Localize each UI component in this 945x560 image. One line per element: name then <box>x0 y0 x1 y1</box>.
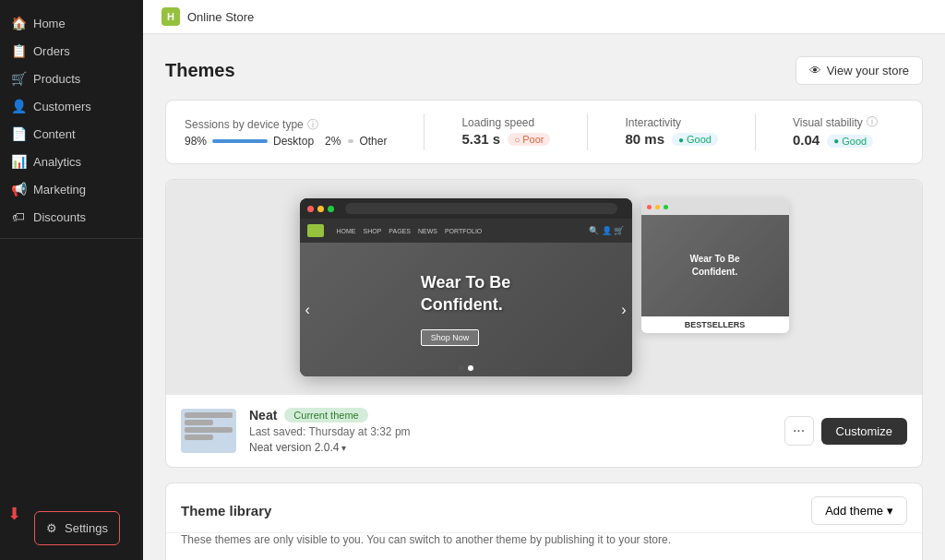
sidebar-label-home: Home <box>33 17 66 30</box>
nav-news: NEWS <box>418 228 437 234</box>
sidebar-label-orders: Orders <box>33 44 70 58</box>
sidebar-nav: 🏠 Home 📋 Orders 🛒 Products 👤 Customers 📄… <box>0 0 143 248</box>
interactivity-value: 80 ms <box>625 131 664 147</box>
side-hero-line2: Confident. <box>692 267 737 277</box>
current-theme-actions: ··· Customize <box>784 416 907 446</box>
metrics-card: Sessions by device type ⓘ 98% Desktop 2%… <box>165 100 923 164</box>
desktop-bar <box>212 139 268 143</box>
content-icon: 📄 <box>11 126 26 141</box>
side-hero-line1: Wear To Be <box>689 254 739 264</box>
topbar-logo: H <box>161 7 180 26</box>
current-theme-dots-button[interactable]: ··· <box>784 416 814 446</box>
sidebar-label-analytics: Analytics <box>33 155 81 169</box>
url-bar <box>345 203 617 214</box>
side-hero-text: Wear To Be Confident. <box>680 244 748 288</box>
prev-arrow[interactable]: ‹ <box>305 302 310 318</box>
metric-interactivity: Interactivity 80 ms Good <box>625 116 718 149</box>
preview-area: HOME SHOP PAGES NEWS PORTFOLIO 🔍 👤 🛒 Wea… <box>166 180 922 395</box>
desktop-label: Desktop <box>273 135 314 148</box>
nav-logo-mock <box>307 224 324 237</box>
maximize-dot <box>328 206 334 212</box>
close-dot <box>307 206 314 212</box>
current-theme-name: Neat <box>249 408 277 423</box>
add-theme-chevron: ▾ <box>887 504 893 518</box>
eye-icon: 👁 <box>809 64 821 77</box>
view-store-label: View your store <box>827 64 909 77</box>
current-theme-version[interactable]: Neat version 2.0.4 ▾ <box>249 441 772 454</box>
sidebar-item-content[interactable]: 📄 Content <box>0 120 143 148</box>
sidebar-label-marketing: Marketing <box>33 183 86 197</box>
sessions-info-icon[interactable]: ⓘ <box>307 117 318 133</box>
page-title: Themes <box>165 60 235 81</box>
interactivity-label: Interactivity <box>625 116 681 129</box>
loading-label: Loading speed <box>461 116 534 129</box>
thumb-line-4 <box>185 435 213 440</box>
settings-arrow-icon: ⬇ <box>7 504 21 524</box>
logo-letter: H <box>167 11 174 22</box>
sidebar: 🏠 Home 📋 Orders 🛒 Products 👤 Customers 📄… <box>0 0 143 560</box>
browser-mockup: HOME SHOP PAGES NEWS PORTFOLIO 🔍 👤 🛒 Wea… <box>300 198 632 376</box>
sidebar-item-discounts[interactable]: 🏷 Discounts <box>0 203 143 231</box>
s-close <box>647 205 652 209</box>
settings-button[interactable]: ⚙ Settings <box>34 511 120 545</box>
thumb-line-3 <box>185 427 233 433</box>
current-theme-saved: Last saved: Thursday at 3:32 pm <box>249 425 772 438</box>
nav-links-mock: HOME SHOP PAGES NEWS PORTFOLIO <box>337 228 483 234</box>
metric-loading: Loading speed 5.31 s Poor <box>461 116 550 149</box>
sessions-label: Sessions by device type <box>185 118 304 131</box>
analytics-icon: 📊 <box>11 154 26 169</box>
nav-portfolio: PORTFOLIO <box>445 228 482 234</box>
topbar-store-name: Online Store <box>187 10 254 24</box>
shop-now-btn[interactable]: Shop Now <box>421 329 480 346</box>
page-content: Themes 👁 View your store Sessions by dev… <box>143 34 945 560</box>
nav-bar-mock: HOME SHOP PAGES NEWS PORTFOLIO 🔍 👤 🛒 <box>300 219 632 243</box>
browser-bar <box>300 198 632 219</box>
sidebar-item-analytics[interactable]: 📊 Analytics <box>0 148 143 175</box>
settings-gear-icon: ⚙ <box>46 521 57 535</box>
sidebar-label-discounts: Discounts <box>33 210 86 224</box>
sidebar-label-products: Products <box>33 72 80 86</box>
nav-icons-mock: 🔍 👤 🛒 <box>589 226 624 235</box>
version-chevron: ▾ <box>341 443 346 453</box>
products-icon: 🛒 <box>11 71 26 86</box>
settings-label: Settings <box>65 521 108 535</box>
other-bar <box>348 139 353 143</box>
interactivity-badge: Good <box>672 133 718 146</box>
theme-library-card: Theme library Add theme ▾ These themes a… <box>165 483 923 560</box>
bestsellers-label: BESTSELLERS <box>641 316 789 333</box>
sidebar-item-products[interactable]: 🛒 Products <box>0 65 143 92</box>
current-theme-details: Neat Current theme Last saved: Thursday … <box>249 408 772 454</box>
side-preview-container: Wear To Be Confident. BESTSELLERS <box>641 198 789 333</box>
add-theme-button[interactable]: Add theme ▾ <box>811 496 907 525</box>
nav-shop: SHOP <box>364 228 382 234</box>
view-store-button[interactable]: 👁 View your store <box>795 56 923 85</box>
sidebar-item-home[interactable]: 🏠 Home <box>0 9 143 37</box>
current-theme-info-row: Neat Current theme Last saved: Thursday … <box>166 395 922 467</box>
loading-badge: Poor <box>508 133 550 146</box>
library-description: These themes are only visible to you. Yo… <box>166 533 922 557</box>
discounts-icon: 🏷 <box>11 209 26 224</box>
sidebar-item-customers[interactable]: 👤 Customers <box>0 92 143 120</box>
sidebar-label-customers: Customers <box>33 100 91 113</box>
minimize-dot <box>317 206 324 212</box>
main-content: H Online Store Themes 👁 View your store … <box>143 0 945 560</box>
other-label: Other <box>359 135 387 148</box>
visual-stability-info-icon[interactable]: ⓘ <box>867 114 878 130</box>
thumb-line-2 <box>185 420 213 425</box>
hero-line1: Wear To Be <box>421 273 510 292</box>
sidebar-item-marketing[interactable]: 📢 Marketing <box>0 175 143 203</box>
theme-preview-card: HOME SHOP PAGES NEWS PORTFOLIO 🔍 👤 🛒 Wea… <box>165 179 923 468</box>
browser-content: Wear To Be Confident. Shop Now ‹ › <box>300 243 632 376</box>
carousel-dots <box>459 365 473 371</box>
next-arrow[interactable]: › <box>621 302 626 318</box>
current-theme-customize-button[interactable]: Customize <box>821 418 907 445</box>
sidebar-item-orders[interactable]: 📋 Orders <box>0 37 143 65</box>
theme-name-row: Neat Current theme <box>249 408 772 423</box>
hero-line2: Confident. <box>421 295 503 314</box>
metrics-divider-3 <box>755 113 756 150</box>
home-icon: 🏠 <box>11 16 26 30</box>
side-browser-bar <box>641 198 789 215</box>
marketing-icon: 📢 <box>11 182 26 197</box>
metrics-divider-2 <box>587 113 588 150</box>
library-title: Theme library <box>181 503 271 518</box>
